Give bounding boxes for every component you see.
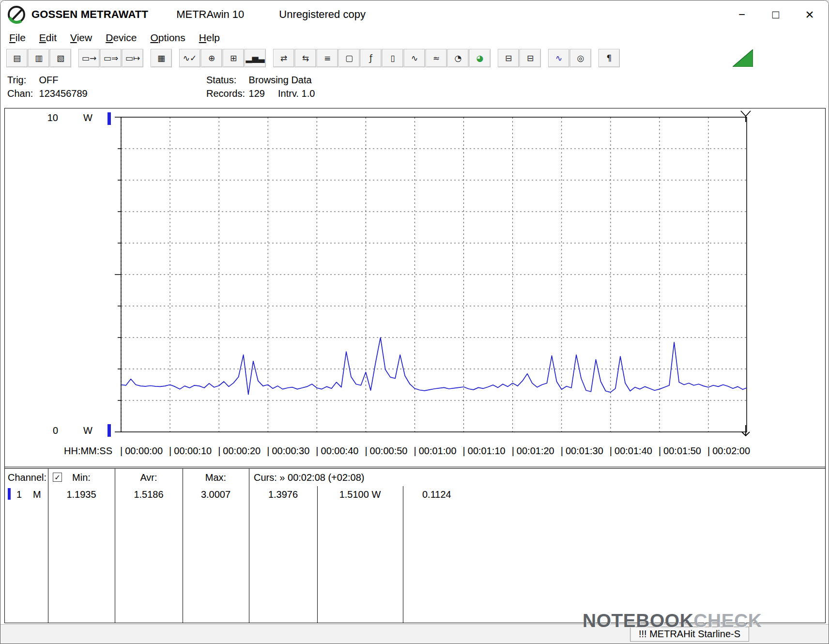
view-trend-button[interactable]: ∿✓	[179, 49, 200, 67]
x-tick-label: 00:00:30	[267, 445, 309, 457]
cursor-offscreen-marker-top	[739, 109, 752, 123]
device-read-icon: ⇄	[280, 54, 287, 62]
monitor-button[interactable]: ▢	[338, 49, 360, 67]
x-tick-label: 00:00:20	[218, 445, 261, 457]
view-scope-button[interactable]: ⊕	[201, 49, 222, 67]
save-as-button[interactable]: ▥	[28, 49, 49, 67]
signal-wedge-icon	[733, 49, 753, 67]
menu-item-view[interactable]: View	[63, 31, 99, 45]
device-read-button[interactable]: ⇄	[273, 49, 294, 67]
view-bargraph-icon: ▂▅▃	[246, 54, 264, 62]
y-axis-min-label: 0	[34, 425, 58, 436]
wave-high-button[interactable]: ≈	[426, 49, 447, 67]
keyboard-button[interactable]: ▦	[151, 49, 172, 67]
view-table-icon: ⊞	[230, 54, 237, 62]
plot-area[interactable]	[121, 117, 747, 432]
memory-icon: ▯	[390, 54, 395, 62]
chan-label: Chan:	[7, 87, 36, 100]
close-button[interactable]: ×	[793, 0, 827, 29]
channel-header: Channel:	[8, 472, 46, 483]
x-tick-label: 00:01:00	[414, 445, 457, 457]
menu-item-file[interactable]: File	[2, 31, 32, 45]
export-m-button[interactable]: ▭↦	[122, 49, 143, 67]
gossen-metrawatt-logo-icon	[7, 5, 26, 24]
export-m-icon: ▭↦	[125, 54, 140, 62]
open-icon: ▧	[57, 54, 64, 62]
wave-low-button[interactable]: ∿	[404, 49, 425, 67]
save-as-icon: ▥	[35, 54, 43, 62]
channel-number: 1	[16, 489, 22, 500]
menu-item-help[interactable]: Help	[192, 31, 227, 45]
minimize-button[interactable]: −	[725, 0, 759, 29]
zoom-wave-button[interactable]: ∿	[548, 49, 569, 67]
min-value: 1.1935	[48, 489, 115, 500]
maximize-button[interactable]: □	[759, 0, 793, 29]
clock-button[interactable]: ◔	[447, 49, 469, 67]
toolbar: ▤▥▧▭→▭⇒▭↦▦∿✓⊕⊞▂▅▃⇄⇆≡▢ƒ▯∿≈◔◕⊟⊟∿◎¶	[0, 47, 829, 69]
x-tick-label: 00:01:50	[659, 445, 701, 457]
view-bargraph-button[interactable]: ▂▅▃	[245, 49, 266, 67]
function-button[interactable]: ƒ	[360, 49, 382, 67]
save-icon: ▤	[13, 54, 21, 62]
x-tick-label: 00:00:40	[316, 445, 358, 457]
cursor-value-a: 1.3976	[249, 489, 317, 500]
menu-item-edit[interactable]: Edit	[32, 31, 63, 45]
notebookcheck-watermark: NOTEBOOKCHECK	[583, 600, 753, 642]
gauge-button[interactable]: ◕	[469, 49, 491, 67]
export-device-button[interactable]: ▭→	[78, 49, 100, 67]
trig-label: Trig:	[7, 73, 36, 87]
avr-value: 1.5186	[115, 489, 183, 500]
print-preview-button[interactable]: ⊟	[520, 49, 541, 67]
menu-item-device[interactable]: Device	[99, 31, 143, 45]
y-axis-max-label: 10	[34, 112, 58, 123]
wave-high-icon: ≈	[433, 54, 440, 62]
cursor-value-b: 1.5100 W	[317, 489, 403, 500]
window-controls: − □ ×	[725, 0, 827, 29]
y-axis-unit-bottom: W	[83, 425, 92, 436]
print-button[interactable]: ⊟	[498, 49, 519, 67]
save-button[interactable]: ▤	[6, 49, 28, 67]
gauge-icon: ◕	[476, 54, 484, 62]
range-cursor-top[interactable]	[107, 112, 111, 125]
x-tick-label: 00:01:10	[463, 445, 506, 457]
interval-label: Intrv.	[278, 88, 299, 99]
export-device-icon: ▭→	[82, 54, 96, 62]
trend-chart: 10 W 0 W HH:MM:SS 00:00:0000:00:1000:00:…	[5, 108, 825, 467]
max-value: 3.0007	[183, 489, 249, 500]
status-value: Browsing Data	[249, 75, 312, 85]
max-header: Max:	[183, 472, 249, 483]
interval-value: 1.0	[302, 88, 315, 99]
view-scope-icon: ⊕	[208, 54, 215, 62]
range-cursor-bottom[interactable]	[107, 424, 111, 437]
x-tick-label: 00:01:30	[561, 445, 603, 457]
x-tick-label: 00:02:00	[707, 445, 750, 457]
cursor-delta-value: 0.1124	[422, 489, 451, 500]
clock-icon: ◔	[455, 54, 462, 62]
device-send-button[interactable]: ⇆	[295, 49, 316, 67]
menu-item-options[interactable]: Options	[143, 31, 192, 45]
watermark-text-primary: NOTEBOOK	[583, 610, 693, 631]
column-divider	[317, 486, 318, 623]
wave-low-icon: ∿	[411, 54, 418, 62]
main-panel: 10 W 0 W HH:MM:SS 00:00:0000:00:1000:00:…	[4, 108, 826, 623]
schedule-icon: ≡	[324, 54, 331, 62]
x-tick-label: 00:00:10	[169, 445, 212, 457]
cursor-offscreen-marker-bottom	[739, 424, 752, 438]
annotation-button[interactable]: ¶	[599, 49, 620, 67]
device-send-icon: ⇆	[302, 54, 309, 62]
x-axis-title: HH:MM:SS	[64, 445, 112, 457]
schedule-button[interactable]: ≡	[317, 49, 338, 67]
menu-bar: FileEditViewDeviceOptionsHelp	[0, 29, 829, 47]
open-button[interactable]: ▧	[50, 49, 71, 67]
status-label: Status:	[206, 73, 246, 87]
zoom-reset-button[interactable]: ◎	[570, 49, 591, 67]
x-tick-label: 00:01:40	[610, 445, 652, 457]
view-table-button[interactable]: ⊞	[223, 49, 244, 67]
monitor-icon: ▢	[345, 54, 353, 62]
memory-button[interactable]: ▯	[382, 49, 403, 67]
cursor-header: Curs: » 00:02:08 (+02:08)	[254, 472, 364, 483]
y-axis-unit-top: W	[83, 112, 92, 123]
view-trend-icon: ∿✓	[183, 54, 197, 62]
export-30-button[interactable]: ▭⇒	[100, 49, 122, 67]
toolbar-buttons: ▤▥▧▭→▭⇒▭↦▦∿✓⊕⊞▂▅▃⇄⇆≡▢ƒ▯∿≈◔◕⊟⊟∿◎¶	[6, 49, 620, 67]
